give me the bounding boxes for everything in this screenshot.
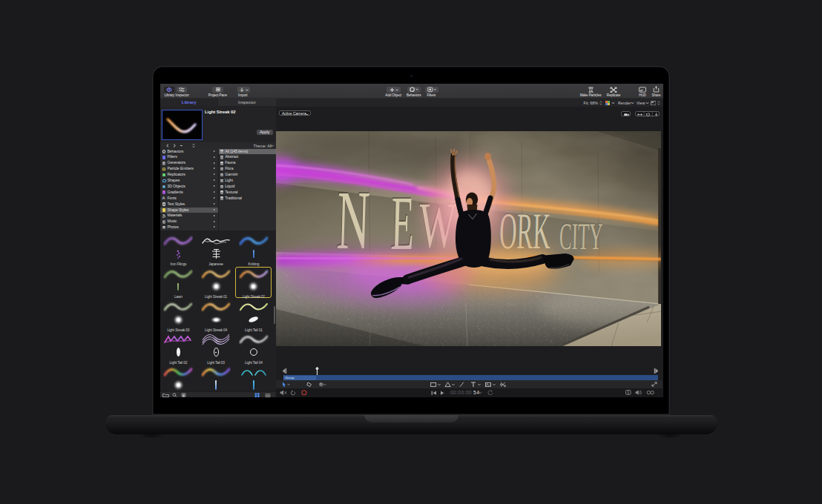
svg-text:CITY: CITY <box>559 215 604 257</box>
